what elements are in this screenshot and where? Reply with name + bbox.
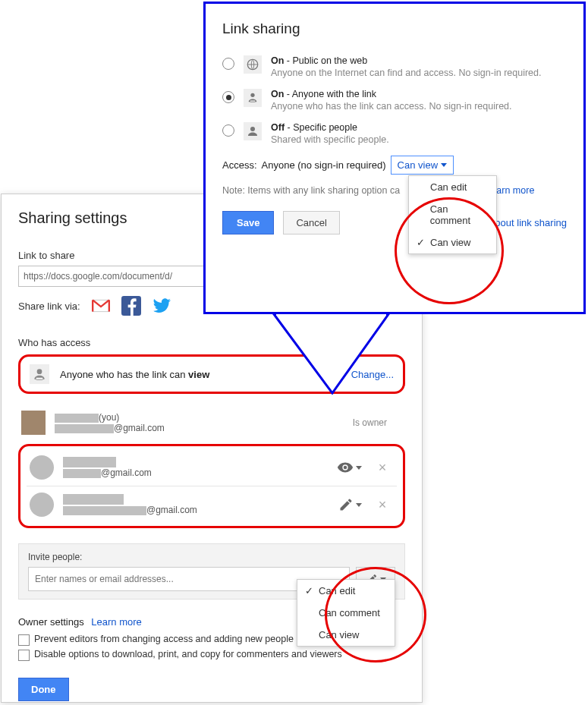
svg-rect-6 [250, 100, 256, 102]
link-person-icon [244, 89, 262, 107]
option-public[interactable]: On - Public on the web Anyone on the Int… [222, 55, 567, 78]
people-list: (you) @gmail.com Is owner @gmail.com × [18, 404, 405, 528]
link-access-text: Anyone who has the link can view [60, 369, 341, 380]
role-view-dropdown[interactable] [337, 459, 362, 476]
role-edit-dropdown[interactable] [338, 497, 362, 512]
change-link[interactable]: Change... [351, 369, 394, 380]
menu-item-can-comment[interactable]: Can comment [297, 602, 395, 624]
collaborator-name: @gmail.com [63, 457, 328, 479]
gmail-icon[interactable] [91, 296, 111, 316]
access-label: Access: [222, 159, 257, 171]
collaborator-list-highlight: @gmail.com × @gmail.com × [18, 444, 405, 528]
avatar [30, 455, 54, 480]
invite-role-menu: ✓Can edit Can comment Can view [297, 579, 395, 647]
checkbox-icon [18, 650, 30, 661]
globe-icon [244, 55, 262, 74]
menu-item-can-view[interactable]: ✓Can view [409, 231, 496, 253]
access-who: Anyone (no sign-in required) [262, 159, 386, 171]
collaborator-row: @gmail.com × [27, 449, 397, 486]
link-access-row: Anyone who has the link can view Change.… [18, 354, 405, 394]
facebook-icon[interactable] [121, 296, 141, 316]
remove-person-button[interactable]: × [371, 460, 394, 476]
option-anyone-link[interactable]: On - Anyone with the link Anyone who has… [222, 89, 567, 112]
invite-people-box: Invite people: ✓Can edit Can comment Can… [18, 543, 405, 600]
menu-item-can-edit[interactable]: Can edit [409, 176, 496, 198]
remove-person-button[interactable]: × [371, 497, 394, 513]
owner-row: (you) @gmail.com Is owner [18, 404, 405, 441]
share-via-label: Share link via: [18, 301, 80, 312]
access-dropdown-menu: Can edit Can comment ✓Can view [408, 175, 497, 254]
note-text: Note: Items with any link sharing option… [222, 185, 567, 196]
svg-point-5 [250, 93, 254, 97]
radio-icon [222, 91, 234, 103]
menu-item-can-view[interactable]: Can view [297, 624, 395, 646]
who-has-access-label: Who has access [18, 337, 405, 348]
radio-icon [222, 58, 234, 70]
radio-icon [222, 124, 234, 137]
avatar [21, 411, 46, 435]
cancel-button[interactable]: Cancel [283, 211, 339, 234]
access-row: Access: Anyone (no sign-in required) Can… [222, 156, 567, 175]
person-icon [244, 122, 262, 140]
collaborator-row: @gmail.com × [27, 486, 397, 523]
menu-item-can-comment[interactable]: Can comment [409, 198, 496, 231]
invite-label: Invite people: [28, 552, 395, 562]
done-button[interactable]: Done [18, 678, 69, 701]
checkbox-disable-download[interactable]: Disable options to download, print, and … [18, 649, 405, 661]
svg-rect-3 [36, 377, 43, 379]
owner-settings-label: Owner settings [18, 616, 84, 628]
collaborator-name: @gmail.com [63, 494, 329, 516]
save-button[interactable]: Save [222, 211, 274, 234]
popup-title: Link sharing [222, 20, 567, 37]
caret-down-icon [441, 163, 447, 167]
avatar [30, 493, 54, 517]
menu-item-can-edit[interactable]: ✓Can edit [297, 580, 395, 602]
owner-name: (you) @gmail.com [55, 412, 287, 433]
twitter-icon[interactable] [152, 296, 171, 316]
learn-link-sharing-link[interactable]: about link sharing [489, 217, 567, 228]
svg-point-7 [250, 127, 255, 131]
link-sharing-popup: Link sharing On - Public on the web Anyo… [203, 2, 586, 314]
check-icon: ✓ [415, 237, 426, 248]
checkbox-icon [18, 634, 30, 646]
access-dropdown[interactable]: Can view [391, 156, 454, 175]
option-specific[interactable]: Off - Specific people Shared with specif… [222, 122, 567, 145]
svg-point-2 [37, 369, 42, 374]
check-icon: ✓ [303, 585, 314, 596]
is-owner-label: Is owner [296, 417, 402, 428]
link-person-icon [30, 364, 49, 384]
owner-learn-more-link[interactable]: Learn more [91, 616, 141, 628]
